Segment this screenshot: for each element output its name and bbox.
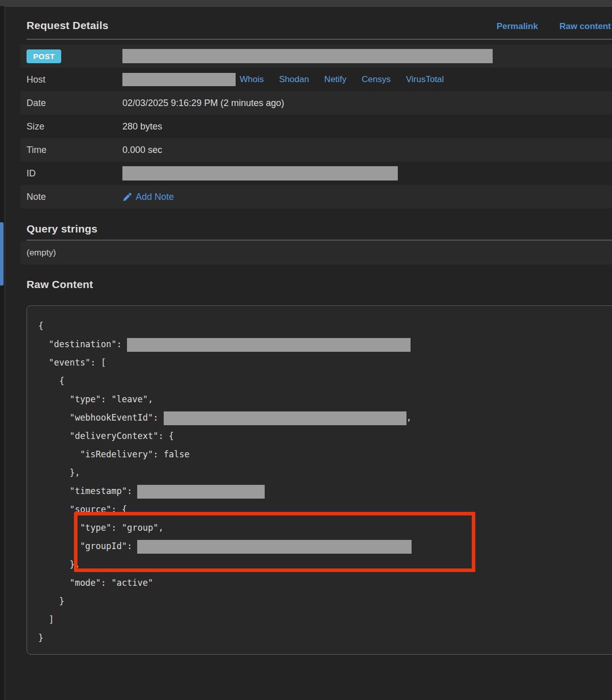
- note-label: Note: [27, 192, 122, 202]
- code-line: "deliveryContext": {: [38, 427, 610, 445]
- request-detail-table: POST Host Whois Shodan Netify Censys Vir…: [20, 44, 612, 209]
- date-value: 02/03/2025 9:16:29 PM (2 minutes ago): [122, 98, 284, 109]
- method-value: [122, 49, 493, 63]
- shodan-link[interactable]: Shodan: [279, 74, 309, 85]
- code-line: "destination":: [38, 335, 610, 353]
- time-label: Time: [27, 145, 122, 155]
- host-row: Host Whois Shodan Netify Censys VirusTot…: [20, 68, 612, 91]
- redacted-value-bar: [164, 411, 406, 425]
- code-line: "type": "leave",: [38, 390, 610, 408]
- redacted-value-bar: [137, 540, 412, 554]
- left-rail: [0, 6, 5, 700]
- request-details-page: Request Details Permalink Raw content PO…: [0, 0, 612, 700]
- code-line: "source": {: [38, 500, 610, 518]
- query-strings-title: Query strings: [27, 223, 612, 235]
- raw-content-link[interactable]: Raw content: [559, 21, 611, 32]
- code-line: {: [38, 317, 610, 335]
- redacted-value-bar: [127, 338, 411, 352]
- time-value: 0.000 sec: [122, 145, 162, 155]
- code-lines: { "destination": "events": [ { "type": "…: [38, 317, 610, 647]
- code-line: "mode": "active": [38, 574, 610, 592]
- netify-link[interactable]: Netify: [324, 74, 346, 85]
- redacted-value-bar: [137, 485, 265, 499]
- permalink-link[interactable]: Permalink: [497, 21, 538, 32]
- code-line: "timestamp":: [38, 482, 610, 500]
- code-line: },: [38, 463, 610, 482]
- code-line: {: [38, 372, 610, 390]
- divider: [27, 39, 612, 40]
- size-value: 280 bytes: [122, 121, 162, 132]
- censys-link[interactable]: Censys: [362, 74, 391, 85]
- page-title: Request Details: [27, 19, 109, 32]
- code-line: }: [38, 592, 610, 610]
- left-scrollbar-thumb[interactable]: [0, 222, 4, 286]
- id-label: ID: [27, 168, 122, 179]
- code-block: { "destination": "events": [ { "type": "…: [27, 305, 612, 655]
- host-lookup-links: Whois Shodan Netify Censys VirusTotal: [240, 74, 444, 85]
- query-strings-empty: (empty): [20, 241, 612, 265]
- code-line: ]: [38, 610, 610, 629]
- date-label: Date: [27, 98, 122, 109]
- code-line: }: [38, 629, 610, 647]
- size-row: Size 280 bytes: [20, 115, 612, 138]
- raw-content-section: { "destination": "events": [ { "type": "…: [27, 305, 612, 655]
- add-note-button[interactable]: Add Note: [122, 192, 174, 202]
- note-value: Add Note: [122, 192, 174, 202]
- whois-link[interactable]: Whois: [240, 74, 264, 85]
- size-label: Size: [27, 121, 122, 132]
- header-links: Permalink Raw content: [497, 21, 612, 32]
- method-badge: POST: [27, 49, 61, 63]
- id-row: ID: [20, 162, 612, 185]
- code-line: },: [38, 555, 610, 574]
- request-details-header: Request Details Permalink Raw content: [27, 19, 612, 32]
- redacted-url-bar: [122, 49, 493, 63]
- code-line: "webhookEventId": ,: [38, 408, 610, 427]
- date-row: Date 02/03/2025 9:16:29 PM (2 minutes ag…: [20, 91, 612, 115]
- pencil-icon: [122, 192, 132, 202]
- add-note-label: Add Note: [136, 192, 174, 202]
- time-row: Time 0.000 sec: [20, 138, 612, 162]
- id-value: [122, 166, 398, 180]
- code-line: "groupId":: [38, 537, 610, 555]
- host-label: Host: [27, 74, 122, 85]
- method-badge-cell: POST: [27, 49, 122, 63]
- code-line: "isRedelivery": false: [38, 445, 610, 463]
- raw-content-title: Raw Content: [27, 278, 612, 291]
- main-content: Request Details Permalink Raw content PO…: [5, 6, 612, 700]
- note-row: Note Add Note: [20, 185, 612, 209]
- redacted-host-bar: [122, 73, 236, 86]
- code-line: "events": [: [38, 353, 610, 372]
- virustotal-link[interactable]: VirusTotal: [406, 74, 444, 85]
- redacted-id-bar: [122, 166, 398, 180]
- code-line: "type": "group",: [38, 518, 610, 537]
- host-value: Whois Shodan Netify Censys VirusTotal: [122, 73, 444, 86]
- method-row: POST: [20, 44, 612, 68]
